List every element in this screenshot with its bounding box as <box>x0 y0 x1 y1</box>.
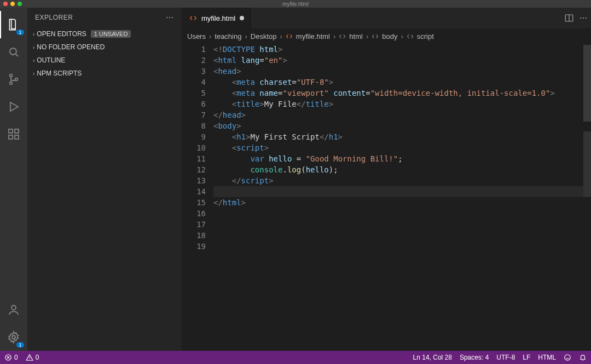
outline-label: OUTLINE <box>37 56 65 64</box>
status-spaces[interactable]: Spaces: 4 <box>460 354 489 361</box>
symbol-icon <box>372 33 379 40</box>
editor-more-icon[interactable]: ⋯ <box>580 14 588 22</box>
activity-settings-icon[interactable]: 1 <box>0 323 27 351</box>
explorer-header: EXPLORER ⋯ <box>27 8 182 27</box>
crumb-script[interactable]: script <box>417 32 434 41</box>
svg-point-1 <box>10 74 13 77</box>
tab-bar: myfile.html ⋯ <box>182 8 591 28</box>
errors-count: 0 <box>14 354 18 361</box>
line-number-gutter: 12345678910111213141516171819 <box>182 44 213 351</box>
crumb-users[interactable]: Users <box>187 32 206 41</box>
chevron-right-icon: › <box>333 32 335 41</box>
explorer-badge: 1 <box>16 30 24 35</box>
editor-area: myfile.html ⋯ Users › teaching › Desktop… <box>182 8 591 351</box>
code-editor[interactable]: 12345678910111213141516171819 <!DOCTYPE … <box>182 44 591 351</box>
svg-rect-4 <box>9 129 13 133</box>
breadcrumb[interactable]: Users › teaching › Desktop › myfile.html… <box>182 28 591 44</box>
svg-rect-6 <box>9 135 13 139</box>
dirty-indicator-icon <box>240 16 244 20</box>
status-bar: 0 0 Ln 14, Col 28 Spaces: 4 UTF-8 LF HTM… <box>0 351 591 364</box>
status-encoding[interactable]: UTF-8 <box>496 354 515 361</box>
npm-scripts-label: NPM SCRIPTS <box>37 70 82 77</box>
symbol-icon <box>339 33 346 40</box>
activity-explorer-icon[interactable]: 1 <box>0 11 27 38</box>
activity-extensions-icon[interactable] <box>0 120 27 148</box>
chevron-right-icon: › <box>33 31 34 37</box>
status-errors[interactable]: 0 <box>4 354 18 361</box>
section-outline[interactable]: › OUTLINE <box>27 54 182 67</box>
crumb-html[interactable]: html <box>349 32 363 41</box>
svg-point-2 <box>10 82 13 85</box>
section-open-editors[interactable]: › OPEN EDITORS 1 UNSAVED <box>27 27 182 41</box>
section-npm-scripts[interactable]: › NPM SCRIPTS <box>27 67 182 80</box>
svg-point-3 <box>15 78 18 81</box>
tab-label: myfile.html <box>201 14 235 22</box>
window-titlebar: myfile.html <box>0 0 591 8</box>
crumb-desktop[interactable]: Desktop <box>251 32 277 41</box>
svg-point-8 <box>11 305 16 310</box>
editor-scrollbar[interactable] <box>583 44 591 351</box>
status-notifications-icon[interactable] <box>579 354 587 361</box>
explorer-more-icon[interactable]: ⋯ <box>166 13 174 22</box>
chevron-right-icon: › <box>33 57 34 63</box>
chevron-right-icon: › <box>280 32 282 41</box>
warnings-count: 0 <box>36 354 39 361</box>
explorer-title: EXPLORER <box>35 14 73 21</box>
unsaved-pill: 1 UNSAVED <box>91 30 131 38</box>
status-feedback-icon[interactable] <box>564 354 571 361</box>
crumb-body[interactable]: body <box>382 32 397 41</box>
activity-run-debug-icon[interactable] <box>0 93 27 120</box>
tab-myfile[interactable]: myfile.html <box>182 8 252 28</box>
activity-account-icon[interactable] <box>0 296 27 323</box>
crumb-file[interactable]: myfile.html <box>296 32 330 41</box>
code-content[interactable]: <!DOCTYPE html><html lang="en"><head> <m… <box>213 44 591 351</box>
status-language[interactable]: HTML <box>538 354 556 361</box>
crumb-teaching[interactable]: teaching <box>215 32 241 41</box>
html-file-icon <box>189 14 197 22</box>
status-eol[interactable]: LF <box>523 354 530 361</box>
chevron-right-icon: › <box>33 71 34 77</box>
chevron-right-icon: › <box>33 44 34 50</box>
chevron-right-icon: › <box>209 32 211 41</box>
activity-search-icon[interactable] <box>0 38 27 66</box>
explorer-sidebar: EXPLORER ⋯ › OPEN EDITORS 1 UNSAVED › NO… <box>27 8 182 351</box>
svg-point-9 <box>12 336 15 339</box>
chevron-right-icon: › <box>401 32 403 41</box>
section-no-folder-opened[interactable]: › NO FOLDER OPENED <box>27 41 182 54</box>
svg-rect-7 <box>15 135 19 139</box>
window-title: myfile.html <box>0 1 591 7</box>
svg-point-12 <box>565 355 571 361</box>
activity-bar: 1 1 <box>0 8 27 351</box>
svg-rect-5 <box>15 129 19 133</box>
svg-point-0 <box>10 48 16 55</box>
activity-source-control-icon[interactable] <box>0 66 27 93</box>
html-file-icon <box>286 33 293 40</box>
chevron-right-icon: › <box>366 32 368 41</box>
no-folder-label: NO FOLDER OPENED <box>37 43 105 51</box>
symbol-icon <box>407 33 414 40</box>
chevron-right-icon: › <box>245 32 247 41</box>
settings-badge: 1 <box>16 342 24 348</box>
status-ln-col[interactable]: Ln 14, Col 28 <box>413 354 452 361</box>
split-editor-icon[interactable] <box>564 13 574 23</box>
status-warnings[interactable]: 0 <box>26 354 39 361</box>
open-editors-label: OPEN EDITORS <box>37 30 86 38</box>
